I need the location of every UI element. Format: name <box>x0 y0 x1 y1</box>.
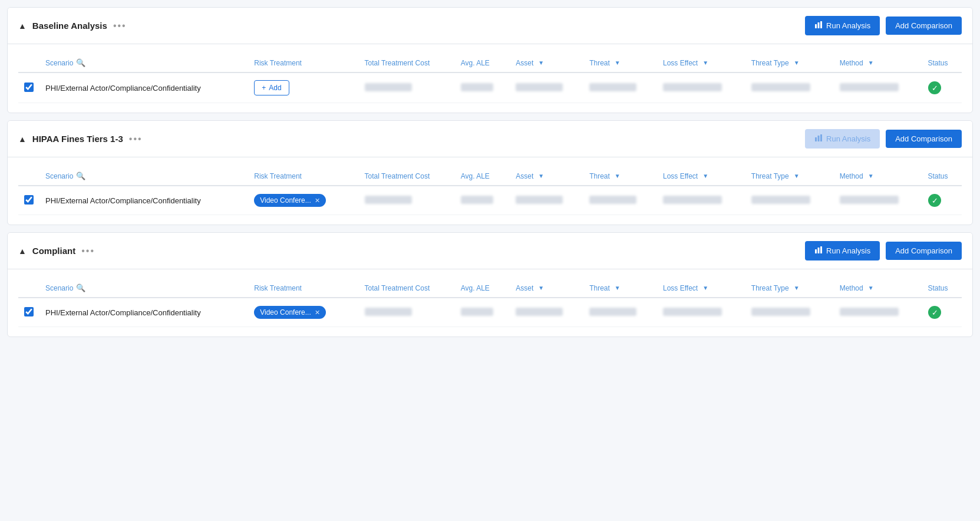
filter-icon-lossEffect-compliant[interactable]: ▼ <box>702 285 708 291</box>
blurred-totalTreatmentCost <box>365 308 412 316</box>
run-analysis-button-hipaa[interactable]: Run Analysis <box>805 129 880 149</box>
chart-icon-baseline <box>814 21 823 31</box>
cell-avgAle-compliant-0 <box>455 298 510 327</box>
filter-icon-asset-hipaa[interactable]: ▼ <box>538 173 544 179</box>
data-table-compliant: Scenario🔍Risk TreatmentTotal Treatment C… <box>18 279 962 327</box>
block-header-compliant: ▲Compliant••• Run AnalysisAdd Comparison <box>8 233 972 269</box>
chevron-up-icon-hipaa[interactable]: ▲ <box>18 134 27 144</box>
filter-icon-asset-compliant[interactable]: ▼ <box>538 285 544 291</box>
filter-icon-threat-compliant[interactable]: ▼ <box>615 285 621 291</box>
filter-icon-method-baseline[interactable]: ▼ <box>868 60 874 66</box>
add-label: Add <box>269 84 281 92</box>
add-comparison-button-baseline[interactable]: Add Comparison <box>886 17 962 35</box>
col-header-method-hipaa: Method▼ <box>834 167 922 186</box>
scenario-search-icon-compliant[interactable]: 🔍 <box>76 283 85 292</box>
svg-rect-7 <box>818 248 820 253</box>
filter-icon-threat-baseline[interactable]: ▼ <box>615 60 621 66</box>
treatment-tag-close-compliant-0[interactable]: ✕ <box>315 309 320 316</box>
block-header-baseline: ▲Baseline Analysis••• Run AnalysisAdd Co… <box>8 8 972 44</box>
col-header-asset-compliant: Asset▼ <box>510 279 583 298</box>
treatment-tag-close-hipaa-0[interactable]: ✕ <box>315 197 320 205</box>
svg-rect-3 <box>815 137 817 141</box>
row-checkbox-hipaa-0[interactable] <box>24 195 34 205</box>
filter-icon-method-hipaa[interactable]: ▼ <box>868 173 874 179</box>
col-header-checkbox-hipaa <box>18 167 39 186</box>
blurred-avgAle <box>461 83 493 91</box>
chevron-up-icon-compliant[interactable]: ▲ <box>18 246 27 256</box>
filter-icon-asset-baseline[interactable]: ▼ <box>538 60 544 66</box>
svg-rect-4 <box>818 136 820 141</box>
cell-threatType-compliant-0 <box>745 298 834 327</box>
table-section-baseline: Scenario🔍Risk TreatmentTotal Treatment C… <box>8 44 972 113</box>
scenario-search-icon-hipaa[interactable]: 🔍 <box>76 172 85 180</box>
data-table-baseline: Scenario🔍Risk TreatmentTotal Treatment C… <box>18 54 962 103</box>
blurred-asset <box>516 308 563 316</box>
block-header-hipaa: ▲HIPAA Fines Tiers 1-3••• Run AnalysisAd… <box>8 121 972 157</box>
scenario-search-icon-baseline[interactable]: 🔍 <box>76 58 85 67</box>
dots-menu-baseline[interactable]: ••• <box>113 21 127 31</box>
run-analysis-label-compliant: Run Analysis <box>826 246 870 255</box>
filter-icon-lossEffect-baseline[interactable]: ▼ <box>702 60 708 66</box>
col-header-checkbox-baseline <box>18 54 39 72</box>
cell-lossEffect-baseline-0 <box>657 72 745 103</box>
blurred-totalTreatmentCost <box>365 83 412 91</box>
run-analysis-button-compliant[interactable]: Run Analysis <box>805 241 880 260</box>
status-ok-circle-baseline-0: ✓ <box>928 81 941 94</box>
cell-asset-baseline-0 <box>510 72 583 103</box>
svg-rect-8 <box>820 246 822 253</box>
header-right-compliant: Run AnalysisAdd Comparison <box>805 241 962 260</box>
filter-icon-threatType-hipaa[interactable]: ▼ <box>794 173 800 179</box>
cell-method-compliant-0 <box>834 298 922 327</box>
svg-rect-0 <box>815 24 817 28</box>
col-header-threatType-baseline: Threat Type▼ <box>745 54 834 72</box>
table-row-hipaa-0: PHI/External Actor/Compliance/Confidenti… <box>18 186 962 215</box>
col-header-asset-hipaa: Asset▼ <box>510 167 583 186</box>
cell-threat-baseline-0 <box>583 72 657 103</box>
cell-threatType-hipaa-0 <box>745 186 834 215</box>
treatment-tag-label-compliant-0: Video Confere... <box>260 308 311 316</box>
status-ok-baseline-0: ✓ <box>928 81 942 95</box>
treatment-tag-compliant-0: Video Confere...✕ <box>254 306 326 319</box>
treatment-tag-hipaa-0: Video Confere...✕ <box>254 194 326 207</box>
filter-icon-threat-hipaa[interactable]: ▼ <box>615 173 621 179</box>
filter-icon-threatType-baseline[interactable]: ▼ <box>794 60 800 66</box>
analysis-block-hipaa: ▲HIPAA Fines Tiers 1-3••• Run AnalysisAd… <box>7 120 973 225</box>
col-header-riskTreatment-baseline: Risk Treatment <box>248 54 358 72</box>
blurred-method <box>840 196 899 204</box>
col-header-status-baseline: Status <box>922 54 962 72</box>
cell-lossEffect-hipaa-0 <box>657 186 745 215</box>
col-header-threat-compliant: Threat▼ <box>583 279 657 298</box>
col-header-asset-baseline: Asset▼ <box>510 54 583 72</box>
cell-totalTreatmentCost-baseline-0 <box>359 72 455 103</box>
dots-menu-compliant[interactable]: ••• <box>81 246 95 256</box>
header-right-baseline: Run AnalysisAdd Comparison <box>805 16 962 35</box>
table-row-baseline-0: PHI/External Actor/Compliance/Confidenti… <box>18 72 962 103</box>
row-checkbox-compliant-0[interactable] <box>24 307 34 316</box>
col-header-threat-hipaa: Threat▼ <box>583 167 657 186</box>
table-section-hipaa: Scenario🔍Risk TreatmentTotal Treatment C… <box>8 157 972 225</box>
table-section-compliant: Scenario🔍Risk TreatmentTotal Treatment C… <box>8 269 972 337</box>
filter-icon-threatType-compliant[interactable]: ▼ <box>794 285 800 291</box>
col-header-lossEffect-compliant: Loss Effect▼ <box>657 279 745 298</box>
add-comparison-button-hipaa[interactable]: Add Comparison <box>886 130 962 148</box>
blurred-threatType <box>751 196 810 204</box>
add-treatment-button-baseline-0[interactable]: +Add <box>254 80 289 95</box>
svg-rect-6 <box>815 249 817 253</box>
cell-avgAle-hipaa-0 <box>455 186 510 215</box>
status-ok-hipaa-0: ✓ <box>928 193 942 207</box>
cell-status-compliant-0: ✓ <box>922 298 962 327</box>
run-analysis-button-baseline[interactable]: Run Analysis <box>805 16 880 35</box>
table-row-compliant-0: PHI/External Actor/Compliance/Confidenti… <box>18 298 962 327</box>
plus-icon: + <box>262 84 266 92</box>
cell-threatType-baseline-0 <box>745 72 834 103</box>
col-header-avgAle-baseline: Avg. ALE <box>455 54 510 72</box>
col-header-totalTreatmentCost-baseline: Total Treatment Cost <box>359 54 455 72</box>
block-title-hipaa: HIPAA Fines Tiers 1-3 <box>32 134 123 144</box>
filter-icon-method-compliant[interactable]: ▼ <box>868 285 874 291</box>
filter-icon-lossEffect-hipaa[interactable]: ▼ <box>702 173 708 179</box>
blurred-avgAle <box>461 196 493 204</box>
chevron-up-icon-baseline[interactable]: ▲ <box>18 21 27 31</box>
dots-menu-hipaa[interactable]: ••• <box>129 134 143 144</box>
add-comparison-button-compliant[interactable]: Add Comparison <box>886 242 962 260</box>
row-checkbox-baseline-0[interactable] <box>24 83 34 92</box>
